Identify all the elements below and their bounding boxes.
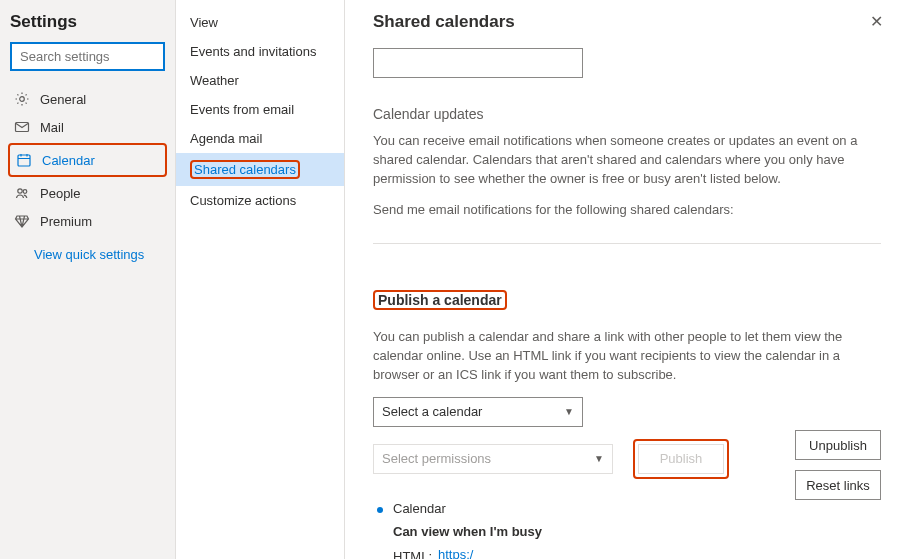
publish-button: Publish bbox=[638, 444, 724, 474]
publish-desc: You can publish a calendar and share a l… bbox=[373, 328, 881, 385]
settings-subnav: View Events and invitations Weather Even… bbox=[175, 0, 345, 559]
subnav-item-view[interactable]: View bbox=[176, 8, 344, 37]
publish-heading: Publish a calendar bbox=[373, 290, 507, 310]
select-permissions-label: Select permissions bbox=[382, 451, 491, 466]
select-calendar-label: Select a calendar bbox=[382, 404, 482, 419]
chevron-down-icon: ▼ bbox=[594, 453, 604, 464]
svg-rect-2 bbox=[18, 155, 30, 166]
sidebar-item-label: Premium bbox=[40, 214, 92, 229]
gear-icon bbox=[14, 91, 30, 107]
divider bbox=[373, 243, 881, 244]
people-icon bbox=[14, 185, 30, 201]
highlight-calendar-nav: Calendar bbox=[8, 143, 167, 177]
close-icon[interactable]: ✕ bbox=[870, 12, 883, 31]
published-calendar-name: Calendar bbox=[393, 501, 446, 516]
sidebar-item-label: Calendar bbox=[42, 153, 95, 168]
subnav-item-events[interactable]: Events and invitations bbox=[176, 37, 344, 66]
calendar-updates-notify: Send me email notifications for the foll… bbox=[373, 201, 881, 220]
sidebar-item-label: General bbox=[40, 92, 86, 107]
subnav-item-customize[interactable]: Customize actions bbox=[176, 186, 344, 215]
empty-select[interactable] bbox=[373, 48, 583, 78]
html-label: HTML: bbox=[393, 547, 432, 559]
svg-point-4 bbox=[23, 190, 27, 194]
settings-title: Settings bbox=[10, 12, 165, 32]
view-quick-settings-link[interactable]: View quick settings bbox=[10, 235, 165, 262]
published-calendar-row: Calendar bbox=[373, 501, 881, 516]
calendar-icon bbox=[16, 152, 32, 168]
select-permissions-dropdown: Select permissions ▼ bbox=[373, 444, 613, 474]
svg-point-0 bbox=[20, 97, 25, 102]
sidebar-item-label: Mail bbox=[40, 120, 64, 135]
sidebar-item-calendar[interactable]: Calendar bbox=[12, 146, 163, 174]
subnav-item-shared-calendars[interactable]: Shared calendars bbox=[176, 153, 344, 186]
bullet-icon bbox=[377, 507, 383, 513]
highlight-publish-heading: Publish a calendar bbox=[373, 262, 881, 320]
html-link[interactable]: https:/ bbox=[438, 545, 473, 559]
page-title: Shared calendars bbox=[373, 12, 881, 32]
highlight-shared-calendars: Shared calendars bbox=[190, 160, 300, 179]
sidebar-item-general[interactable]: General bbox=[10, 85, 165, 113]
highlight-publish-button: Publish bbox=[633, 439, 729, 479]
mail-icon bbox=[14, 119, 30, 135]
settings-dialog: Settings General Mail Calendar bbox=[0, 0, 901, 559]
chevron-down-icon: ▼ bbox=[564, 406, 574, 417]
select-calendar-dropdown[interactable]: Select a calendar ▼ bbox=[373, 397, 583, 427]
sidebar-item-people[interactable]: People bbox=[10, 179, 165, 207]
published-permission-text: Can view when I'm busy bbox=[393, 524, 881, 539]
html-link-row: HTML: https:/ bbox=[393, 547, 881, 559]
reset-links-button[interactable]: Reset links bbox=[795, 470, 881, 500]
svg-point-3 bbox=[18, 189, 22, 193]
subnav-item-agenda[interactable]: Agenda mail bbox=[176, 124, 344, 153]
publish-actions: Unpublish Reset links bbox=[795, 430, 881, 500]
html-link-container: https:/ bbox=[438, 547, 698, 559]
sidebar-item-premium[interactable]: Premium bbox=[10, 207, 165, 235]
subnav-item-weather[interactable]: Weather bbox=[176, 66, 344, 95]
settings-content: ✕ Shared calendars Calendar updates You … bbox=[345, 0, 901, 559]
diamond-icon bbox=[14, 213, 30, 229]
sidebar-item-label: People bbox=[40, 186, 80, 201]
search-input[interactable] bbox=[10, 42, 165, 71]
unpublish-button[interactable]: Unpublish bbox=[795, 430, 881, 460]
settings-sidebar: Settings General Mail Calendar bbox=[0, 0, 175, 559]
calendar-updates-desc: You can receive email notifications when… bbox=[373, 132, 881, 189]
subnav-item-events-email[interactable]: Events from email bbox=[176, 95, 344, 124]
calendar-updates-heading: Calendar updates bbox=[373, 106, 881, 122]
sidebar-item-mail[interactable]: Mail bbox=[10, 113, 165, 141]
